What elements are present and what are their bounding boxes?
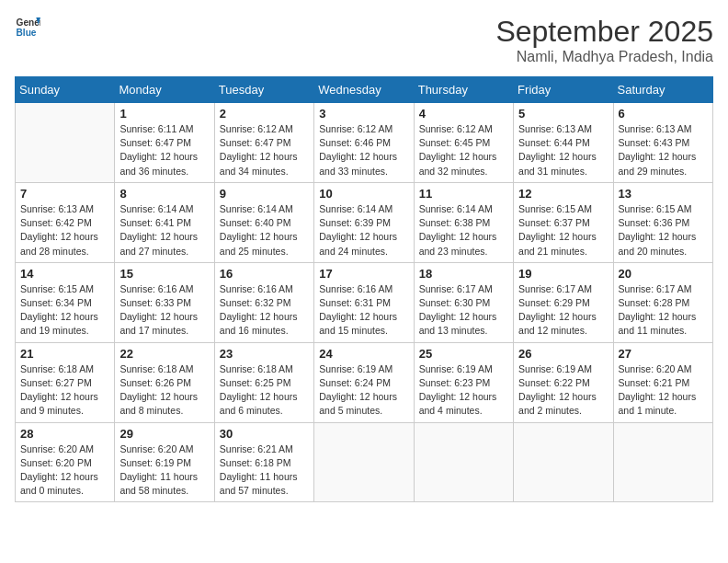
location-title: Namli, Madhya Pradesh, India bbox=[495, 49, 713, 65]
day-number: 6 bbox=[619, 107, 708, 121]
day-number: 23 bbox=[220, 347, 309, 361]
day-info: Sunrise: 6:20 AM Sunset: 6:21 PM Dayligh… bbox=[619, 362, 708, 419]
calendar-cell: 23Sunrise: 6:18 AM Sunset: 6:25 PM Dayli… bbox=[214, 342, 313, 422]
calendar-week-row: 14Sunrise: 6:15 AM Sunset: 6:34 PM Dayli… bbox=[16, 262, 713, 342]
calendar-cell: 26Sunrise: 6:19 AM Sunset: 6:22 PM Dayli… bbox=[514, 342, 613, 422]
day-info: Sunrise: 6:21 AM Sunset: 6:18 PM Dayligh… bbox=[220, 442, 309, 499]
day-number: 26 bbox=[518, 347, 608, 361]
calendar-cell: 13Sunrise: 6:15 AM Sunset: 6:36 PM Dayli… bbox=[613, 182, 712, 262]
day-info: Sunrise: 6:16 AM Sunset: 6:33 PM Dayligh… bbox=[119, 282, 209, 339]
day-info: Sunrise: 6:20 AM Sunset: 6:19 PM Dayligh… bbox=[119, 442, 209, 499]
day-info: Sunrise: 6:14 AM Sunset: 6:41 PM Dayligh… bbox=[119, 202, 209, 259]
day-info: Sunrise: 6:14 AM Sunset: 6:38 PM Dayligh… bbox=[419, 202, 508, 259]
day-info: Sunrise: 6:13 AM Sunset: 6:42 PM Dayligh… bbox=[20, 202, 109, 259]
logo-icon: General Blue bbox=[15, 15, 40, 40]
calendar-cell: 28Sunrise: 6:20 AM Sunset: 6:20 PM Dayli… bbox=[16, 422, 115, 502]
day-number: 7 bbox=[20, 187, 109, 201]
calendar-cell: 3Sunrise: 6:12 AM Sunset: 6:46 PM Daylig… bbox=[314, 103, 414, 183]
calendar-cell bbox=[514, 422, 613, 502]
calendar-cell: 5Sunrise: 6:13 AM Sunset: 6:44 PM Daylig… bbox=[514, 103, 613, 183]
calendar-week-row: 1Sunrise: 6:11 AM Sunset: 6:47 PM Daylig… bbox=[16, 103, 713, 183]
calendar-cell: 27Sunrise: 6:20 AM Sunset: 6:21 PM Dayli… bbox=[613, 342, 712, 422]
day-number: 10 bbox=[319, 187, 408, 201]
day-number: 19 bbox=[518, 267, 608, 281]
day-number: 8 bbox=[119, 187, 209, 201]
weekday-header: Monday bbox=[115, 77, 214, 103]
day-number: 16 bbox=[220, 267, 309, 281]
calendar-cell: 16Sunrise: 6:16 AM Sunset: 6:32 PM Dayli… bbox=[214, 262, 313, 342]
calendar-cell: 18Sunrise: 6:17 AM Sunset: 6:30 PM Dayli… bbox=[414, 262, 513, 342]
day-info: Sunrise: 6:18 AM Sunset: 6:27 PM Dayligh… bbox=[20, 362, 109, 419]
day-info: Sunrise: 6:13 AM Sunset: 6:43 PM Dayligh… bbox=[619, 122, 708, 178]
day-number: 17 bbox=[319, 267, 408, 281]
day-info: Sunrise: 6:19 AM Sunset: 6:22 PM Dayligh… bbox=[518, 362, 608, 419]
day-info: Sunrise: 6:14 AM Sunset: 6:39 PM Dayligh… bbox=[319, 202, 408, 259]
day-number: 21 bbox=[20, 347, 109, 361]
calendar-cell: 9Sunrise: 6:14 AM Sunset: 6:40 PM Daylig… bbox=[214, 182, 313, 262]
calendar-header-row: SundayMondayTuesdayWednesdayThursdayFrid… bbox=[16, 77, 713, 103]
calendar-cell: 4Sunrise: 6:12 AM Sunset: 6:45 PM Daylig… bbox=[414, 103, 513, 183]
day-number: 22 bbox=[119, 347, 209, 361]
calendar-cell: 12Sunrise: 6:15 AM Sunset: 6:37 PM Dayli… bbox=[514, 182, 613, 262]
day-number: 9 bbox=[220, 187, 309, 201]
calendar-cell: 22Sunrise: 6:18 AM Sunset: 6:26 PM Dayli… bbox=[115, 342, 214, 422]
weekday-header: Friday bbox=[514, 77, 613, 103]
calendar-cell: 19Sunrise: 6:17 AM Sunset: 6:29 PM Dayli… bbox=[514, 262, 613, 342]
calendar-cell: 10Sunrise: 6:14 AM Sunset: 6:39 PM Dayli… bbox=[314, 182, 414, 262]
day-info: Sunrise: 6:15 AM Sunset: 6:34 PM Dayligh… bbox=[20, 282, 109, 339]
day-number: 2 bbox=[220, 107, 309, 121]
calendar-cell: 21Sunrise: 6:18 AM Sunset: 6:27 PM Dayli… bbox=[16, 342, 115, 422]
day-number: 1 bbox=[119, 107, 209, 121]
calendar-cell: 20Sunrise: 6:17 AM Sunset: 6:28 PM Dayli… bbox=[613, 262, 712, 342]
calendar-week-row: 21Sunrise: 6:18 AM Sunset: 6:27 PM Dayli… bbox=[16, 342, 713, 422]
calendar-cell: 29Sunrise: 6:20 AM Sunset: 6:19 PM Dayli… bbox=[115, 422, 214, 502]
day-number: 14 bbox=[20, 267, 109, 281]
day-number: 5 bbox=[518, 107, 608, 121]
page-header: General Blue September 2025 Namli, Madhy… bbox=[15, 15, 713, 65]
day-number: 20 bbox=[619, 267, 708, 281]
day-info: Sunrise: 6:17 AM Sunset: 6:30 PM Dayligh… bbox=[419, 282, 508, 339]
day-number: 28 bbox=[20, 427, 109, 441]
logo: General Blue bbox=[15, 15, 40, 40]
calendar-cell bbox=[16, 103, 115, 183]
calendar-cell: 14Sunrise: 6:15 AM Sunset: 6:34 PM Dayli… bbox=[16, 262, 115, 342]
calendar-cell: 30Sunrise: 6:21 AM Sunset: 6:18 PM Dayli… bbox=[214, 422, 313, 502]
calendar-week-row: 7Sunrise: 6:13 AM Sunset: 6:42 PM Daylig… bbox=[16, 182, 713, 262]
day-info: Sunrise: 6:12 AM Sunset: 6:46 PM Dayligh… bbox=[319, 122, 408, 178]
calendar-cell: 15Sunrise: 6:16 AM Sunset: 6:33 PM Dayli… bbox=[115, 262, 214, 342]
title-area: September 2025 Namli, Madhya Pradesh, In… bbox=[495, 15, 713, 65]
calendar-cell: 2Sunrise: 6:12 AM Sunset: 6:47 PM Daylig… bbox=[214, 103, 313, 183]
day-number: 4 bbox=[419, 107, 508, 121]
day-info: Sunrise: 6:19 AM Sunset: 6:23 PM Dayligh… bbox=[419, 362, 508, 419]
day-info: Sunrise: 6:11 AM Sunset: 6:47 PM Dayligh… bbox=[119, 122, 209, 178]
day-info: Sunrise: 6:15 AM Sunset: 6:37 PM Dayligh… bbox=[518, 202, 608, 259]
calendar-week-row: 28Sunrise: 6:20 AM Sunset: 6:20 PM Dayli… bbox=[16, 422, 713, 502]
weekday-header: Wednesday bbox=[314, 77, 414, 103]
calendar-cell: 1Sunrise: 6:11 AM Sunset: 6:47 PM Daylig… bbox=[115, 103, 214, 183]
day-info: Sunrise: 6:17 AM Sunset: 6:29 PM Dayligh… bbox=[518, 282, 608, 339]
day-number: 18 bbox=[419, 267, 508, 281]
day-number: 24 bbox=[319, 347, 408, 361]
calendar-table: SundayMondayTuesdayWednesdayThursdayFrid… bbox=[15, 76, 713, 502]
calendar-cell bbox=[314, 422, 414, 502]
day-number: 12 bbox=[518, 187, 608, 201]
day-number: 27 bbox=[619, 347, 708, 361]
calendar-cell: 24Sunrise: 6:19 AM Sunset: 6:24 PM Dayli… bbox=[314, 342, 414, 422]
calendar-cell: 8Sunrise: 6:14 AM Sunset: 6:41 PM Daylig… bbox=[115, 182, 214, 262]
day-info: Sunrise: 6:19 AM Sunset: 6:24 PM Dayligh… bbox=[319, 362, 408, 419]
day-info: Sunrise: 6:17 AM Sunset: 6:28 PM Dayligh… bbox=[619, 282, 708, 339]
month-title: September 2025 bbox=[495, 15, 713, 49]
calendar-cell: 11Sunrise: 6:14 AM Sunset: 6:38 PM Dayli… bbox=[414, 182, 513, 262]
day-info: Sunrise: 6:13 AM Sunset: 6:44 PM Dayligh… bbox=[518, 122, 608, 178]
day-info: Sunrise: 6:16 AM Sunset: 6:32 PM Dayligh… bbox=[220, 282, 309, 339]
day-info: Sunrise: 6:12 AM Sunset: 6:47 PM Dayligh… bbox=[220, 122, 309, 178]
day-number: 30 bbox=[220, 427, 309, 441]
day-info: Sunrise: 6:15 AM Sunset: 6:36 PM Dayligh… bbox=[619, 202, 708, 259]
calendar-cell: 7Sunrise: 6:13 AM Sunset: 6:42 PM Daylig… bbox=[16, 182, 115, 262]
calendar-cell bbox=[414, 422, 513, 502]
weekday-header: Thursday bbox=[414, 77, 513, 103]
day-number: 13 bbox=[619, 187, 708, 201]
day-info: Sunrise: 6:14 AM Sunset: 6:40 PM Dayligh… bbox=[220, 202, 309, 259]
svg-text:Blue: Blue bbox=[17, 28, 37, 38]
day-number: 29 bbox=[119, 427, 209, 441]
